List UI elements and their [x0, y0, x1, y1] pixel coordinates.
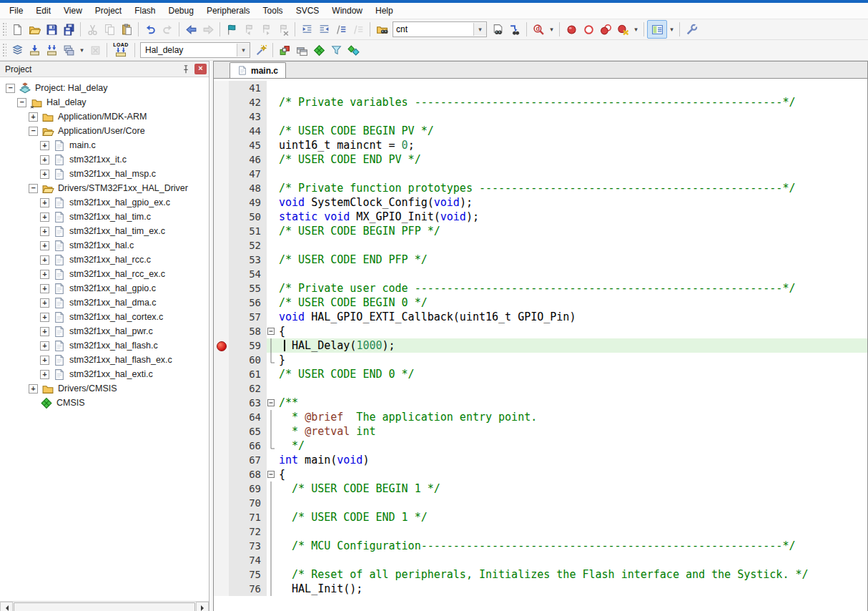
line-number[interactable]: 71 — [229, 510, 267, 524]
breakpoint-gutter[interactable] — [214, 238, 229, 253]
pin-panel-button[interactable] — [179, 64, 192, 75]
code-text[interactable]: uint16_t maincnt = 0; — [276, 138, 867, 152]
line-number[interactable]: 65 — [229, 424, 267, 439]
code-line-43[interactable]: 43 — [214, 109, 867, 124]
line-number[interactable]: 51 — [229, 224, 267, 238]
code-line-53[interactable]: 53/* USER CODE END PFP */ — [214, 253, 867, 267]
breakpoint-gutter[interactable] — [214, 367, 229, 381]
code-line-67[interactable]: 67int main(void) — [214, 453, 867, 467]
line-number[interactable]: 68 — [229, 467, 267, 482]
expand-toggle[interactable]: + — [40, 370, 49, 379]
dropdown-arrow-icon[interactable]: ▾ — [547, 21, 556, 38]
code-line-56[interactable]: 56/* USER CODE BEGIN 0 */ — [214, 295, 867, 310]
find-button[interactable] — [489, 21, 506, 38]
clear-bookmarks-button[interactable] — [275, 21, 292, 38]
comment-button[interactable] — [332, 21, 350, 38]
code-line-74[interactable]: 74 — [214, 553, 867, 567]
breakpoint-gutter[interactable] — [214, 124, 229, 138]
manage-rte-button[interactable] — [276, 41, 293, 59]
line-number[interactable]: 53 — [229, 253, 267, 267]
search-dropdown-icon[interactable]: ▾ — [473, 23, 486, 36]
tree-item-drivers-stm32f1xx-hal-driver[interactable]: −Drivers/STM32F1xx_HAL_Driver — [0, 181, 209, 195]
breakpoint-gutter[interactable] — [214, 381, 229, 396]
copy-button[interactable] — [101, 21, 118, 38]
expand-toggle[interactable]: + — [29, 112, 38, 122]
code-text[interactable]: /* USER CODE END PV */ — [276, 152, 867, 167]
incremental-find-button[interactable] — [506, 21, 523, 38]
collapse-toggle[interactable]: − — [17, 98, 26, 107]
expand-toggle[interactable]: + — [40, 212, 49, 222]
code-text[interactable]: /* USER CODE END PFP */ — [276, 253, 867, 267]
scroll-right-button[interactable] — [196, 602, 209, 611]
tree-item-stm32f1xx-hal-tim-c[interactable]: +stm32f1xx_hal_tim.c — [0, 210, 209, 224]
code-line-72[interactable]: 72 — [214, 524, 867, 539]
rebuild-button[interactable] — [43, 41, 60, 59]
code-line-44[interactable]: 44/* USER CODE BEGIN PV */ — [214, 124, 867, 138]
menu-peripherals[interactable]: Peripherals — [200, 4, 257, 18]
target-options-button[interactable] — [252, 41, 270, 59]
code-line-69[interactable]: 69 /* USER CODE BEGIN 1 */ — [214, 482, 867, 496]
code-text[interactable]: /* USER CODE END 0 */ — [276, 367, 867, 381]
new-file-button[interactable] — [9, 21, 26, 38]
line-number[interactable]: 63 — [229, 396, 267, 410]
tree-item-main-c[interactable]: +main.c — [0, 138, 209, 152]
toolbar-grip[interactable] — [1, 42, 6, 58]
select-packs-button[interactable] — [310, 41, 327, 59]
search-input[interactable] — [393, 24, 473, 35]
code-line-41[interactable]: 41 — [214, 81, 867, 95]
breakpoint-gutter[interactable] — [214, 281, 229, 295]
breakpoint-gutter[interactable] — [214, 138, 229, 152]
unindent-button[interactable] — [315, 21, 332, 38]
manage-project-items-button[interactable] — [293, 41, 310, 59]
tree-item-stm32f1xx-hal-flash-c[interactable]: +stm32f1xx_hal_flash.c — [0, 338, 209, 353]
line-number[interactable]: 69 — [229, 482, 267, 496]
code-text[interactable]: /* USER CODE BEGIN PV */ — [276, 124, 867, 138]
collapse-toggle[interactable]: − — [6, 84, 15, 93]
close-panel-button[interactable]: × — [194, 64, 207, 74]
expand-toggle[interactable]: + — [40, 155, 49, 165]
code-text[interactable] — [276, 381, 867, 396]
breakpoint-gutter[interactable] — [214, 396, 229, 410]
navigate-forward-button[interactable] — [199, 21, 217, 38]
stop-build-button[interactable] — [87, 41, 104, 59]
expand-toggle[interactable]: + — [40, 284, 49, 293]
enable-breakpoint-button[interactable] — [580, 21, 597, 38]
expand-toggle[interactable]: + — [40, 270, 49, 279]
code-line-48[interactable]: 48/* Private function prototypes -------… — [214, 181, 867, 195]
breakpoint-gutter[interactable] — [214, 295, 229, 310]
code-line-66[interactable]: 66 */ — [214, 439, 867, 453]
breakpoint-gutter[interactable] — [214, 567, 229, 582]
target-dropdown-icon[interactable]: ▾ — [237, 44, 250, 57]
navigate-back-button[interactable] — [182, 21, 199, 38]
toolbar-grip[interactable] — [1, 21, 6, 37]
line-number[interactable]: 41 — [229, 81, 267, 95]
expand-toggle[interactable]: + — [40, 341, 49, 351]
code-line-76[interactable]: 76 HAL_Init(); — [214, 582, 867, 596]
tree-item-hal-delay[interactable]: −Hal_delay — [0, 95, 209, 109]
line-number[interactable]: 48 — [229, 181, 267, 195]
code-line-61[interactable]: 61/* USER CODE END 0 */ — [214, 367, 867, 381]
menu-tools[interactable]: Tools — [257, 4, 290, 18]
code-text[interactable]: /* Private function prototypes ---------… — [276, 181, 867, 195]
breakpoint-gutter[interactable] — [214, 524, 229, 539]
code-text[interactable]: */ — [276, 439, 867, 453]
menu-view[interactable]: View — [57, 4, 89, 18]
previous-bookmark-button[interactable] — [240, 21, 257, 38]
code-line-71[interactable]: 71 /* USER CODE END 1 */ — [214, 510, 867, 524]
menu-project[interactable]: Project — [89, 4, 128, 18]
line-number[interactable]: 58 — [229, 324, 267, 338]
line-number[interactable]: 56 — [229, 295, 267, 310]
kill-all-breakpoints-button[interactable] — [614, 21, 631, 38]
line-number[interactable]: 64 — [229, 410, 267, 424]
line-number[interactable]: 50 — [229, 210, 267, 224]
collapse-toggle[interactable]: − — [29, 127, 38, 136]
tree-item-project-hal-delay[interactable]: −Project: Hal_delay — [0, 81, 209, 95]
code-text[interactable] — [276, 167, 867, 181]
debug-session-button[interactable]: d — [530, 21, 547, 38]
breakpoint-gutter[interactable] — [214, 410, 229, 424]
tree-item-stm32f1xx-hal-flash-ex-c[interactable]: +stm32f1xx_hal_flash_ex.c — [0, 353, 209, 367]
breakpoint-gutter[interactable] — [214, 195, 229, 210]
breakpoint-gutter[interactable] — [214, 310, 229, 324]
breakpoint-gutter[interactable] — [214, 95, 229, 109]
code-text[interactable]: HAL_Delay(1000); — [276, 338, 867, 353]
